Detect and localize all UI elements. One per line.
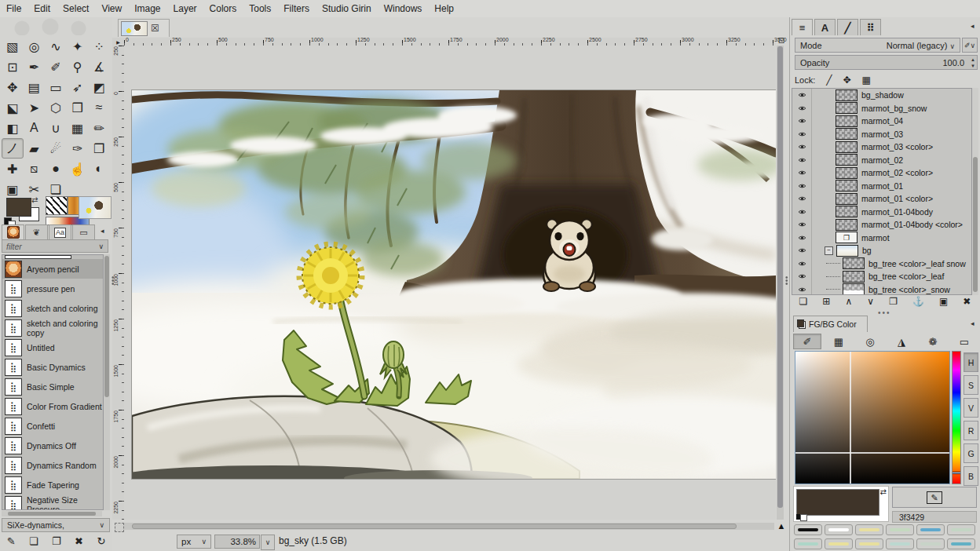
warp-transform-tool-icon[interactable]: ≈ [88,97,110,118]
dynamics-item[interactable]: Aryeom pencil [2,259,103,279]
eraser-tool-icon[interactable]: ▰ [24,138,46,159]
fonts-tab[interactable]: A [814,19,836,35]
duplicate-dynamics-button[interactable]: ❐ [52,535,61,547]
layer-row[interactable]: marmot_01-04body <color> [792,218,971,232]
image-tab[interactable]: ☒ [118,19,170,37]
measure-tool-icon[interactable]: ∡ [88,57,110,77]
dynamics-item[interactable]: ⣷Untitled [2,338,103,357]
visibility-eye-icon[interactable] [792,270,812,283]
visibility-eye-icon[interactable] [792,140,812,154]
color-history-swatch[interactable] [947,538,975,549]
dodge-burn-tool-icon[interactable]: ◐ [88,159,110,179]
visibility-eye-icon[interactable] [792,257,812,271]
fuzzy-select-tool-icon[interactable]: ✦ [67,36,89,57]
layer-mode-select[interactable]: Mode Normal (legacy) ∨ [795,38,960,53]
edit-color-button[interactable]: ✎ [892,487,977,508]
channel-button-b[interactable]: B [964,466,978,486]
panel-menu-icon[interactable]: ◂ [971,319,975,327]
zoom-input[interactable]: 33.8% [214,535,260,549]
menu-view[interactable]: View [95,1,128,17]
layer-row[interactable]: marmot_01 [792,180,971,193]
default-colors-icon-bg[interactable] [800,514,807,521]
menu-layer[interactable]: Layer [167,1,203,17]
channel-button-r[interactable]: R [964,421,978,440]
swap-colors-icon[interactable]: ⇄ [31,195,38,204]
text-tool-icon[interactable]: A [24,118,46,138]
swap-colors-icon[interactable]: ⇄ [880,487,887,496]
menu-image[interactable]: Image [128,1,166,17]
wheel-selector-icon[interactable]: ◮ [887,334,916,349]
color-history-swatch[interactable] [825,524,853,535]
menu-windows[interactable]: Windows [378,1,429,17]
layer-row[interactable]: marmot_04 [792,115,971,128]
menu-select[interactable]: Select [57,1,95,17]
menu-help[interactable]: Help [428,1,460,17]
horizontal-scrollbar[interactable] [124,523,774,530]
layer-row[interactable]: bg_tree <color>_leaf snow [792,257,971,271]
foreground-color-swatch[interactable] [6,198,31,217]
crop-tool-icon[interactable]: ⊡ [2,57,24,77]
color-history-swatch[interactable] [947,524,975,535]
layer-row[interactable]: bg_shadow [792,89,971,102]
cmyk-selector-icon[interactable]: ▭ [950,334,978,349]
color-history-swatch[interactable] [855,538,883,549]
active-image-thumbnail[interactable] [79,196,112,219]
menu-tools[interactable]: Tools [243,1,277,17]
new-dynamics-button[interactable]: ❏ [29,535,38,547]
move-tool-icon[interactable]: ✥ [2,77,24,97]
layers-scrollbar[interactable] [972,88,978,295]
visibility-eye-icon[interactable] [792,206,812,219]
saturation-value-square[interactable] [795,351,950,484]
dynamics-item[interactable]: ⣷Color From Gradient [2,396,103,416]
dynamics-item[interactable]: ⣷pressure pen [2,279,103,298]
lower-layer-button[interactable]: ∨ [867,296,874,307]
color-history-swatch[interactable] [916,538,945,549]
gradient-tool-icon[interactable]: ◧ [2,118,24,138]
layer-row[interactable]: marmot_02 [792,154,971,167]
menu-filters[interactable]: Filters [277,1,316,17]
document-history-tab[interactable]: ▭ [72,224,95,239]
color-history-swatch[interactable] [794,524,822,535]
blur-sharpen-tool-icon[interactable]: ● [45,159,67,179]
panel-menu-icon[interactable]: ◂ [101,227,104,235]
unified-transform-tool-icon[interactable]: ➶ [67,77,89,97]
visibility-eye-icon[interactable] [792,283,812,296]
delete-dynamics-button[interactable]: ✖ [75,535,83,547]
color-history-swatch[interactable] [794,538,822,549]
gimp-selector-icon[interactable]: ✐ [793,334,821,349]
visibility-eye-icon[interactable] [792,192,812,206]
raise-layer-button[interactable]: ∧ [845,296,852,307]
panel-menu-icon[interactable]: ◂ [971,22,975,30]
opacity-slider[interactable]: Opacity 100.0 ▲▼ [795,55,978,70]
hex-color-field[interactable]: 3f3429 [892,511,977,523]
layer-row[interactable]: marmot_bg_snow [792,102,971,115]
layer-row[interactable]: marmot_02 <color> [792,166,971,180]
select-by-color-tool-icon[interactable]: ⁘ [88,36,110,57]
patterns-tab[interactable]: ❦ [25,224,48,239]
dynamics-tab[interactable]: ⠿ [860,19,881,35]
dock-splitter-handle[interactable]: ••• [878,308,891,317]
channel-button-h[interactable]: H [964,352,978,372]
airbrush-tool-icon[interactable]: ☄ [45,138,67,159]
ink-tool-icon[interactable]: ✑ [67,138,89,159]
color-picker-tool-icon[interactable]: ✐ [45,57,67,77]
merge-layer-button[interactable]: ▣ [939,296,948,307]
layer-row[interactable]: ❐marmot [792,232,971,245]
color-history-swatch[interactable] [886,538,914,549]
mypaint-brush-tool-icon[interactable]: ▣ [2,179,24,199]
dynamics-item[interactable]: ⣷Fade Tapering [2,475,103,494]
anchor-layer-button[interactable]: ⚓ [912,296,924,307]
dynamics-item[interactable]: ⣷Dynamics Off [2,436,103,455]
navigation-button[interactable]: ▲ [776,520,787,531]
bucket-fill-tool-icon[interactable]: ∪ [45,118,67,138]
current-color-swatch[interactable] [796,489,879,516]
channel-button-s[interactable]: S [964,375,978,395]
layers-tab[interactable]: ≡ [792,19,813,35]
dynamics-select[interactable]: SiXe-dynamics, ∨ [2,518,110,532]
scales-selector-icon[interactable]: ▦ [825,334,853,349]
dynamics-brush-tab[interactable] [2,224,24,239]
menu-colors[interactable]: Colors [203,1,243,17]
cage-transform-tool-icon[interactable]: ❒ [67,97,89,118]
clone-tool-icon[interactable]: ❐ [88,138,110,159]
dynamics-item[interactable]: ⣷sketch and coloring copy [2,318,103,338]
